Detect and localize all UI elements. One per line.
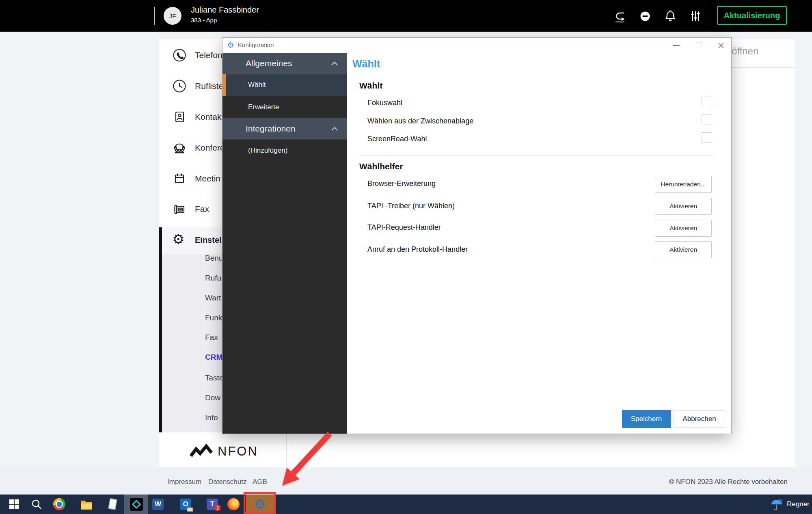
notepad-icon[interactable] xyxy=(106,495,119,514)
contact-card-icon xyxy=(172,110,187,124)
settings-subitem-benutzer[interactable]: Benu xyxy=(205,254,223,263)
page-title: Wählt xyxy=(352,58,380,70)
file-explorer-icon[interactable] xyxy=(80,495,93,514)
sidebar-item-telefon[interactable]: Telefon xyxy=(195,50,222,60)
notifications-bell-icon[interactable] xyxy=(663,9,678,24)
close-button[interactable] xyxy=(713,38,729,53)
aktivieren-protokoll-button[interactable]: Aktivieren xyxy=(655,241,712,258)
fokuswahl-label: Fokuswahl xyxy=(367,99,402,107)
filter-sliders-icon[interactable] xyxy=(688,9,703,24)
taskbar: W O T 2 ⚙ Regner xyxy=(0,495,812,514)
nfon-logo-text: NFON xyxy=(218,444,258,459)
footer-link-datenschutz[interactable]: Datenschutz xyxy=(208,478,247,486)
umbrella-rain-icon xyxy=(770,497,784,511)
calendar-icon xyxy=(172,171,187,186)
gear-icon: ⚙ xyxy=(172,232,184,246)
footer-link-impressum[interactable]: Impressum xyxy=(167,478,201,486)
user-name: Juliane Fassbinder xyxy=(191,5,259,15)
envelope-icon xyxy=(187,508,193,512)
zwischenablage-checkbox[interactable] xyxy=(702,114,712,125)
herunterladen-button[interactable]: Herunterladen... xyxy=(655,176,712,193)
dialog-nav: Allgemeines Wählt Erweiterte Integration… xyxy=(222,53,347,434)
weather-label: Regner xyxy=(787,500,810,508)
sidebar-item-rufliste[interactable]: Rufliste xyxy=(195,81,223,91)
search-hint-text: öffnen xyxy=(732,45,758,56)
fokuswahl-checkbox[interactable] xyxy=(702,97,712,107)
annotation-arrow xyxy=(260,425,341,495)
call-redirect-icon[interactable] xyxy=(613,9,627,23)
sidebar-item-meetings[interactable]: Meetin xyxy=(195,174,220,184)
chevron-up-icon xyxy=(331,127,338,131)
nav-item-hinzufuegen[interactable]: (Hinzufügen) xyxy=(222,139,347,162)
topbar-divider xyxy=(265,7,265,25)
zwischenablage-label: Wählen aus der Zwischenablage xyxy=(367,117,473,125)
dialog-title: Konfiguration xyxy=(238,41,274,48)
settings-subitem-warteschlange[interactable]: Wart xyxy=(205,294,221,302)
aktivieren-tapi-request-button[interactable]: Aktivieren xyxy=(655,220,712,237)
minimize-button[interactable] xyxy=(668,38,685,53)
firefox-icon[interactable] xyxy=(227,495,240,514)
maximize-icon xyxy=(696,42,702,48)
nav-item-erweiterte[interactable]: Erweiterte xyxy=(222,96,347,118)
close-icon xyxy=(718,42,724,49)
outlook-icon[interactable]: O xyxy=(179,495,192,514)
annotation-highlight-box xyxy=(244,492,276,514)
section-divider xyxy=(359,155,713,156)
nav-item-waehlt[interactable]: Wählt xyxy=(222,74,347,96)
update-button[interactable]: Aktualisierung xyxy=(717,6,787,25)
settings-subitem-funktionen[interactable]: Funk xyxy=(205,313,222,322)
teams-badge: 2 xyxy=(214,505,221,511)
settings-subitem-crm[interactable]: CRM xyxy=(205,353,222,362)
search-underline xyxy=(732,67,795,68)
user-subtitle: 383 - App xyxy=(191,17,217,24)
nfon-app-icon[interactable] xyxy=(129,495,144,514)
phone-icon xyxy=(172,48,187,63)
settings-active-bar xyxy=(159,227,162,432)
sidebar-item-kontakte[interactable]: Kontak xyxy=(195,112,221,122)
clock-icon xyxy=(172,79,187,93)
topbar-divider xyxy=(154,7,155,25)
fax-icon xyxy=(172,202,187,216)
section-title-waehlhelfer: Wählhelfer xyxy=(359,162,403,171)
avatar[interactable]: JF xyxy=(164,7,181,25)
config-dialog: ⚙ Konfiguration Allgemeines Wählt xyxy=(222,38,731,434)
chevron-up-icon xyxy=(331,61,338,66)
do-not-disturb-icon[interactable] xyxy=(638,9,652,23)
settings-subitem-tasten[interactable]: Taste xyxy=(205,374,223,382)
section-title-waehlt: Wählt xyxy=(359,81,382,91)
topbar: JF Juliane Fassbinder 383 - App xyxy=(0,0,812,32)
weather-widget[interactable] xyxy=(770,495,784,514)
tapi-treiber-label: TAPI -Treiber (nur Wählen) xyxy=(367,202,455,210)
avatar-initials: JF xyxy=(169,13,176,19)
gear-icon: ⚙ xyxy=(227,41,234,49)
update-button-label: Aktualisierung xyxy=(724,11,780,20)
search-input[interactable]: öffnen xyxy=(732,45,758,57)
settings-subitem-rufumleitung[interactable]: Rufu xyxy=(205,274,221,283)
aktivieren-tapi-treiber-button[interactable]: Aktivieren xyxy=(655,198,712,215)
nav-group-integrationen[interactable]: Integrationen xyxy=(222,118,347,139)
nfon-logo-mark xyxy=(189,444,214,459)
sidebar-item-konferenz[interactable]: Konfere xyxy=(195,143,225,153)
protokoll-handler-label: Anruf an den Protokoll-Handler xyxy=(367,245,468,254)
maximize-button[interactable] xyxy=(691,38,707,53)
settings-subitem-fax[interactable]: Fax xyxy=(205,333,218,342)
word-icon[interactable]: W xyxy=(152,495,164,514)
sidebar-item-fax[interactable]: Fax xyxy=(195,204,209,214)
search-icon[interactable] xyxy=(30,495,43,514)
minimize-icon xyxy=(673,45,680,46)
nav-selected-bar xyxy=(222,74,226,96)
start-button[interactable] xyxy=(8,495,20,514)
cancel-button[interactable]: Abbrechen xyxy=(674,410,725,428)
screenread-checkbox[interactable] xyxy=(702,132,712,143)
settings-subitem-downloads[interactable]: Dow xyxy=(205,393,220,402)
copyright-text: © NFON 2023 Alle Rechte vorbehalten xyxy=(503,478,788,486)
dialog-titlebar[interactable]: ⚙ Konfiguration xyxy=(222,38,731,53)
tapi-request-handler-label: TAPI-Request-Handler xyxy=(367,223,441,232)
sidebar-item-einstellungen[interactable]: Einstell xyxy=(195,235,224,245)
browser-erweiterung-label: Browser-Erweiterung xyxy=(367,179,436,188)
save-button[interactable]: Speichern xyxy=(622,410,671,428)
chrome-icon[interactable] xyxy=(53,495,65,514)
settings-subitem-info[interactable]: Info xyxy=(205,413,218,422)
nav-group-allgemeines[interactable]: Allgemeines xyxy=(222,53,347,74)
teams-icon[interactable]: T 2 xyxy=(206,495,219,514)
